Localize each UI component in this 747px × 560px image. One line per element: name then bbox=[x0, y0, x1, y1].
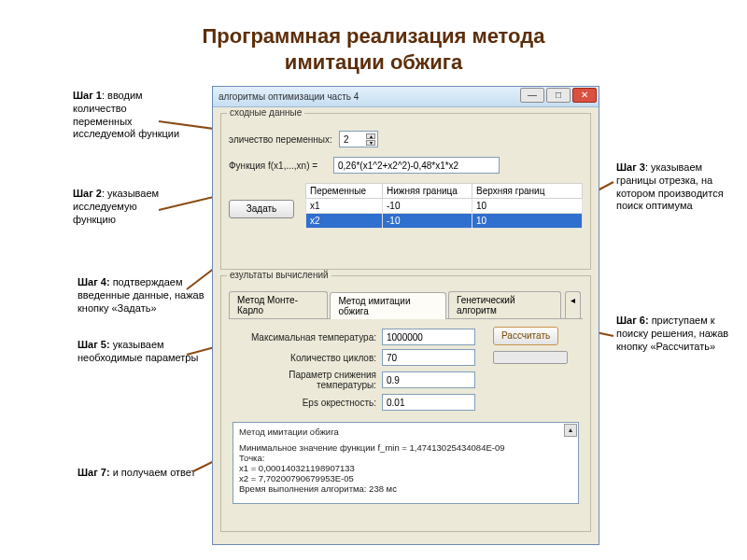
func-value: 0,26*(x1^2+x2^2)-0,48*x1*x2 bbox=[338, 161, 458, 171]
max-temp-input[interactable]: 1000000 bbox=[382, 329, 475, 345]
out-l1: Метод имитации обжига bbox=[239, 427, 572, 437]
title-line-2: имитации обжига bbox=[285, 50, 462, 74]
annotation-step7: Шаг 7: и получаем ответ bbox=[78, 467, 227, 480]
tab-bar: Метод Монте-Карло Метод имитации обжига … bbox=[229, 291, 583, 319]
group-results: езультаты вычислений Метод Монте-Карло М… bbox=[220, 275, 591, 532]
spinner-down-icon[interactable]: ▾ bbox=[366, 140, 375, 146]
col-var: Переменные bbox=[306, 184, 383, 199]
vars-value: 2 bbox=[344, 134, 349, 145]
calc-button[interactable]: Рассчитать bbox=[493, 327, 558, 345]
max-temp-label: Максимальная температура: bbox=[233, 332, 382, 343]
scroll-up-icon[interactable]: ▴ bbox=[564, 424, 577, 437]
cell-low[interactable]: -10 bbox=[383, 214, 472, 229]
annotation-step6: Шаг 6: приступаем к поиску решения, нажа… bbox=[616, 315, 733, 353]
vars-label: эличество переменных: bbox=[229, 134, 339, 145]
group-input-legend: сходные данные bbox=[227, 107, 304, 118]
cycles-label: Количество циклов: bbox=[233, 353, 382, 363]
app-window: алгоритмы оптимизации часть 4 — □ ✕ сход… bbox=[212, 86, 599, 545]
spinner-up-icon[interactable]: ▴ bbox=[366, 133, 375, 139]
progress-bar bbox=[493, 351, 568, 364]
table-row[interactable]: x2 -10 10 bbox=[306, 214, 583, 229]
cell-high[interactable]: 10 bbox=[472, 214, 583, 229]
close-button[interactable]: ✕ bbox=[572, 88, 597, 103]
tab-simulated-annealing[interactable]: Метод имитации обжига bbox=[330, 292, 446, 319]
out-l4: x1 = 0,000140321198907133 bbox=[239, 463, 572, 473]
cell-var: x2 bbox=[306, 214, 383, 229]
result-output[interactable]: Метод имитации обжига Минимальное значен… bbox=[233, 422, 579, 504]
window-title-text: алгоритмы оптимизации часть 4 bbox=[218, 91, 359, 102]
bounds-header-row: Переменные Нижняя граница Верхняя границ bbox=[306, 184, 583, 199]
annotation-step5: Шаг 5: указываем необходимые параметры bbox=[78, 339, 208, 365]
annotation-step2: Шаг 2: указываем исследуемую функцию bbox=[73, 188, 176, 226]
cell-low[interactable]: -10 bbox=[383, 199, 472, 214]
set-button[interactable]: Задать bbox=[229, 200, 294, 218]
bounds-table[interactable]: Переменные Нижняя граница Верхняя границ… bbox=[305, 183, 583, 229]
eps-label: Eps окрестность: bbox=[233, 398, 382, 408]
maximize-button[interactable]: □ bbox=[546, 88, 571, 103]
cell-high[interactable]: 10 bbox=[472, 199, 583, 214]
title-line-1: Программная реализация метода bbox=[203, 24, 545, 48]
tab-genetic[interactable]: Генетический алгоритм bbox=[448, 291, 561, 318]
out-l5: x2 = 7,70200790679953E-05 bbox=[239, 473, 572, 483]
out-l3: Точка: bbox=[239, 453, 572, 463]
tab-scroll-left-icon[interactable]: ◂ bbox=[565, 291, 581, 318]
tab-monte-carlo[interactable]: Метод Монте-Карло bbox=[229, 291, 328, 318]
annotation-step4: Шаг 4: подтверждаем введенные данные, на… bbox=[78, 276, 208, 315]
slide-title: Программная реализация метода имитации о… bbox=[0, 23, 747, 75]
col-high: Верхняя границ bbox=[472, 184, 583, 199]
annotation-step1: Шаг 1: вводим количество переменных иссл… bbox=[73, 90, 185, 141]
window-titlebar: алгоритмы оптимизации часть 4 — □ ✕ bbox=[213, 87, 599, 107]
func-input[interactable]: 0,26*(x1^2+x2^2)-0,48*x1*x2 bbox=[333, 157, 500, 174]
func-label: Функция f(x1,...,xn) = bbox=[229, 161, 333, 171]
group-results-legend: езультаты вычислений bbox=[227, 270, 331, 280]
eps-input[interactable]: 0.01 bbox=[382, 394, 475, 411]
out-l6: Время выполнения алгоритма: 238 мс bbox=[239, 483, 572, 494]
cell-var: x1 bbox=[306, 199, 383, 214]
annotation-step3: Шаг 3: указываем границы отрезка, на кот… bbox=[616, 161, 738, 213]
table-row[interactable]: x1 -10 10 bbox=[306, 199, 583, 214]
cycles-input[interactable]: 70 bbox=[382, 349, 475, 366]
minimize-button[interactable]: — bbox=[520, 88, 544, 103]
out-l2: Минимальное значение функции f_min = 1,4… bbox=[239, 442, 572, 453]
col-low: Нижняя граница bbox=[383, 184, 472, 199]
tab-pane: Максимальная температура: 1000000 Количе… bbox=[229, 319, 583, 508]
group-input-data: сходные данные эличество переменных: 2 ▴… bbox=[220, 113, 591, 270]
vars-spinner[interactable]: 2 ▴▾ bbox=[339, 131, 378, 147]
cool-input[interactable]: 0.9 bbox=[382, 371, 475, 388]
cool-label: Параметр снижения температуры: bbox=[233, 370, 382, 390]
